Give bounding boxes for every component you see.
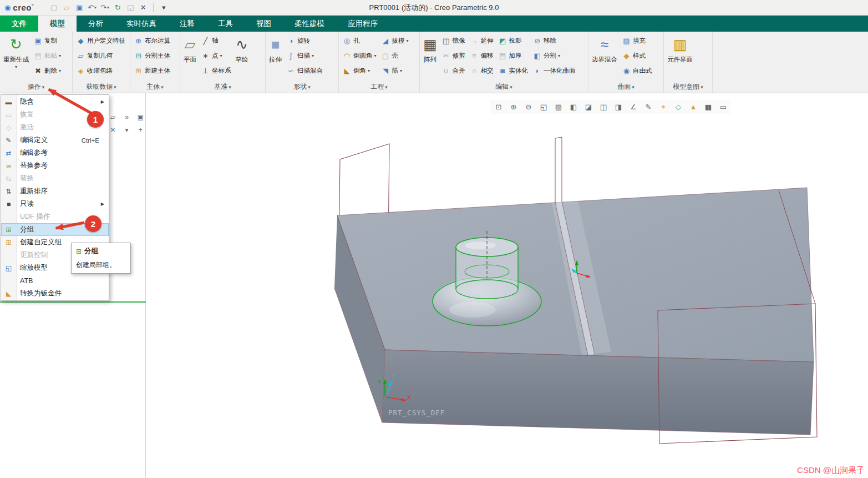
tree-note-icon[interactable]: ▣ xyxy=(136,113,145,121)
menu-item-suppress[interactable]: ▬ 隐含 ▶ xyxy=(1,95,109,108)
regenerate-button[interactable]: ↻ 重新生成 ▾ xyxy=(1,33,31,71)
freestyle-button[interactable]: ◉ 自由式 xyxy=(620,63,654,78)
solidify-button[interactable]: ◙ 实体化 xyxy=(496,63,531,78)
tab-file[interactable]: 文件 xyxy=(0,16,38,32)
offset-button[interactable]: ≡ 偏移 xyxy=(468,48,496,63)
trim-button[interactable]: ✂ 修剪 xyxy=(439,48,468,63)
hole-button[interactable]: ◎ 孔 xyxy=(340,33,379,48)
menu-item-atb[interactable]: ATB xyxy=(1,274,109,287)
close-window-icon[interactable]: ✕ xyxy=(138,2,149,13)
thicken-button[interactable]: ▤ 加厚 xyxy=(496,48,531,63)
menu-item-edit-definition[interactable]: ✎ 编辑定义 Ctrl+E xyxy=(1,134,109,147)
shell-button[interactable]: ▢ 壳 xyxy=(379,48,411,63)
alert-icon[interactable]: ▲ xyxy=(687,100,699,113)
split-button[interactable]: ◧ 分割 ▾ xyxy=(530,48,578,63)
repaint-icon[interactable]: ▨ xyxy=(552,100,564,113)
menu-item-replace[interactable]: ⇆ 替换 xyxy=(1,172,109,185)
udf-button[interactable]: ◆ 用户定义特征 xyxy=(74,33,128,48)
save-icon[interactable]: ▣ xyxy=(74,2,85,13)
boundary-blend-button[interactable]: ≈ 边界混合 xyxy=(590,33,620,65)
datum-point-button[interactable]: ∗ 点 ▾ xyxy=(199,48,234,63)
zoom-in-icon[interactable]: ⊕ xyxy=(507,100,519,113)
section-icon[interactable]: ◪ xyxy=(582,100,594,113)
chevron-down-icon[interactable]: ▾ xyxy=(107,5,109,10)
screen-icon[interactable]: ▭ xyxy=(717,100,729,113)
style-button[interactable]: ◆ 样式 xyxy=(620,48,654,63)
new-file-icon[interactable]: ▢ xyxy=(48,2,59,13)
windows-icon[interactable]: ◱ xyxy=(125,2,136,13)
panel-divider[interactable] xyxy=(145,93,146,478)
round-button[interactable]: ◠ 倒圆角 ▾ xyxy=(340,48,379,63)
tab-model[interactable]: 模型 xyxy=(38,16,77,32)
extrude-button[interactable]: ■ 拉伸 xyxy=(267,33,284,65)
model-intent-group-dropdown[interactable]: 模型意图▾ xyxy=(664,82,712,92)
tree-filter-dropdown-icon[interactable]: ▾ xyxy=(123,125,131,134)
delete-button[interactable]: ✖ 删除 ▾ xyxy=(31,63,63,78)
get-data-group-dropdown[interactable]: 获取数据▾ xyxy=(73,82,130,92)
tree-add-icon[interactable]: + xyxy=(136,125,145,134)
editing-group-dropdown[interactable]: 编辑▾ xyxy=(420,82,588,92)
tree-expand-icon[interactable]: » xyxy=(123,113,131,121)
tab-view[interactable]: 视图 xyxy=(245,16,283,32)
project-button[interactable]: ◩ 投影 xyxy=(496,33,531,48)
copy-button[interactable]: ▣ 复制 xyxy=(31,33,63,48)
tab-annotate[interactable]: 注释 xyxy=(168,16,206,32)
3d-viewport[interactable] xyxy=(0,93,868,478)
new-body-button[interactable]: ⊞ 新建主体 xyxy=(131,63,172,78)
tree-page-icon[interactable]: ▱ xyxy=(109,113,117,121)
swept-blend-button[interactable]: ∽ 扫描混合 xyxy=(284,63,325,78)
open-file-icon[interactable]: ▱ xyxy=(61,2,72,13)
tab-applications[interactable]: 应用程序 xyxy=(336,16,389,32)
datum-plane-button[interactable]: ▱ 平面 xyxy=(181,33,199,65)
annotation-display-icon[interactable]: ✎ xyxy=(642,100,654,113)
zoom-out-icon[interactable]: ⊖ xyxy=(522,100,534,113)
menu-item-reorder[interactable]: ⇅ 重新排序 xyxy=(1,185,109,198)
engineering-group-dropdown[interactable]: 工程▾ xyxy=(339,82,419,92)
appearance-icon[interactable]: ◨ xyxy=(612,100,624,113)
dragger-icon[interactable]: ◇ xyxy=(672,100,684,113)
spin-center-icon[interactable]: ⌖ xyxy=(657,100,669,113)
surfaces-group-dropdown[interactable]: 曲面▾ xyxy=(588,82,663,92)
saved-orientations-icon[interactable]: ◫ xyxy=(597,100,609,113)
redo-icon[interactable]: ↷▾ xyxy=(99,2,110,13)
menu-item-convert-to-sheetmetal[interactable]: ◣ 转换为钣金件 xyxy=(1,287,109,300)
sweep-button[interactable]: ∫ 扫描 ▾ xyxy=(284,48,325,63)
paste-button[interactable]: ▤ 粘贴 ▾ xyxy=(31,48,63,63)
refit-icon[interactable]: ◱ xyxy=(537,100,549,113)
datum-axis-button[interactable]: ╱ 轴 xyxy=(199,33,234,48)
tab-flexible-modeling[interactable]: 柔性建模 xyxy=(283,16,336,32)
datum-csys-button[interactable]: ⊥ 坐标系 xyxy=(199,63,234,78)
merge-button[interactable]: ∪ 合并 xyxy=(439,63,468,78)
quilt-button[interactable]: ◗ 一体化曲面 xyxy=(530,63,578,78)
tab-live-simulation[interactable]: 实时仿真 xyxy=(115,16,168,32)
shrinkwrap-button[interactable]: ◈ 收缩包络 xyxy=(74,63,128,78)
fill-button[interactable]: ▨ 填充 xyxy=(620,33,654,48)
intersect-button[interactable]: ∩ 相交 xyxy=(468,63,496,78)
display-style-icon[interactable]: ◧ xyxy=(567,100,579,113)
body-group-dropdown[interactable]: 主体▾ xyxy=(130,82,180,92)
component-interface-button[interactable]: ▥ 元件界面 xyxy=(665,33,695,65)
pattern-button[interactable]: ▦ 阵列 xyxy=(421,33,439,65)
chevron-down-icon[interactable]: ▾ xyxy=(94,5,97,10)
datum-group-dropdown[interactable]: 基准▾ xyxy=(180,82,265,92)
boolean-operations-button[interactable]: ⊕ 布尔运算 xyxy=(131,33,172,48)
customize-toolbar-icon[interactable]: ▾ xyxy=(158,2,169,13)
shapes-group-dropdown[interactable]: 形状▾ xyxy=(266,82,338,92)
datum-display-icon[interactable]: ∠ xyxy=(627,100,639,113)
tab-tools[interactable]: 工具 xyxy=(206,16,245,32)
copy-geometry-button[interactable]: ▱ 复制几何 xyxy=(74,48,128,63)
tree-close-icon[interactable]: ✕ xyxy=(109,125,117,134)
rib-button[interactable]: ◥ 筋 ▾ xyxy=(379,63,411,78)
revolve-button[interactable]: ◑ 旋转 xyxy=(284,33,325,48)
menu-item-edit-references[interactable]: ⇄ 编辑参考 xyxy=(1,147,109,159)
extend-button[interactable]: → 延伸 xyxy=(468,33,496,48)
tab-analysis[interactable]: 分析 xyxy=(77,16,115,32)
sketch-button[interactable]: ∿ 草绘 xyxy=(234,33,251,65)
remove-button[interactable]: ⊘ 移除 xyxy=(530,33,578,48)
menu-item-replace-references[interactable]: ∞ 替换参考 xyxy=(1,159,109,172)
regenerate-qat-icon[interactable]: ↻ xyxy=(112,2,123,13)
chamfer-button[interactable]: ◣ 倒角 ▾ xyxy=(340,63,379,78)
operations-group-dropdown[interactable]: 操作▾ xyxy=(0,82,72,92)
pause-icon[interactable]: ▮▮ xyxy=(702,100,714,113)
split-body-button[interactable]: ⊟ 分割主体 xyxy=(131,48,172,63)
